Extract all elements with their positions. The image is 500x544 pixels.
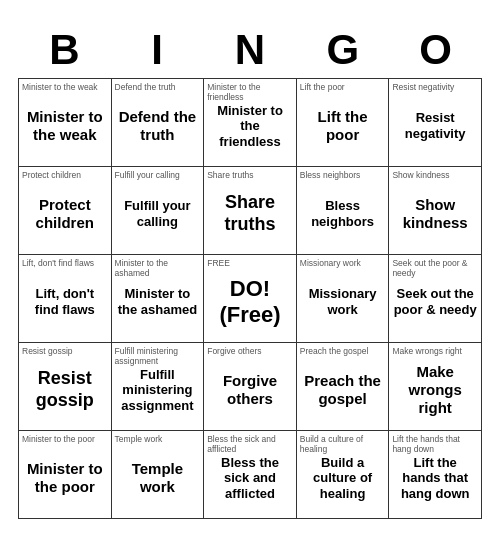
- bingo-cell-6: Fulfill your callingFulfill your calling: [112, 167, 205, 255]
- cell-small-text: Make wrongs right: [392, 346, 461, 356]
- cell-small-text: Build a culture of healing: [300, 434, 382, 454]
- bingo-card: BINGO Minister to the weakMinister to th…: [10, 18, 490, 527]
- cell-large-text: Minister to the ashamed: [116, 286, 200, 317]
- bingo-cell-12: FREEDO! (Free): [204, 255, 297, 343]
- cell-small-text: Minister to the poor: [22, 434, 95, 444]
- cell-small-text: Show kindness: [392, 170, 449, 180]
- bingo-cell-8: Bless neighborsBless neighbors: [297, 167, 390, 255]
- cell-small-text: Fulfill your calling: [115, 170, 180, 180]
- cell-large-text: Make wrongs right: [393, 363, 477, 417]
- cell-small-text: Resist negativity: [392, 82, 454, 92]
- cell-small-text: Preach the gospel: [300, 346, 369, 356]
- bingo-letter-o: O: [389, 26, 482, 74]
- bingo-cell-18: Preach the gospelPreach the gospel: [297, 343, 390, 431]
- cell-large-text: Seek out the poor & needy: [393, 286, 477, 317]
- cell-small-text: Missionary work: [300, 258, 361, 268]
- cell-large-text: Minister to the friendless: [208, 103, 292, 150]
- cell-large-text: Lift, don't find flaws: [23, 286, 107, 317]
- cell-large-text: Show kindness: [393, 196, 477, 232]
- bingo-letter-i: I: [111, 26, 204, 74]
- bingo-letter-n: N: [204, 26, 297, 74]
- bingo-cell-24: Lift the hands that hang downLift the ha…: [389, 431, 482, 519]
- bingo-cell-10: Lift, don't find flawsLift, don't find f…: [19, 255, 112, 343]
- cell-small-text: Minister to the ashamed: [115, 258, 197, 278]
- cell-small-text: Bless the sick and afflicted: [207, 434, 289, 454]
- cell-large-text: Minister to the weak: [23, 108, 107, 144]
- cell-large-text: Preach the gospel: [301, 372, 385, 408]
- cell-small-text: Temple work: [115, 434, 163, 444]
- bingo-grid: Minister to the weakMinister to the weak…: [18, 78, 482, 519]
- cell-large-text: Minister to the poor: [23, 460, 107, 496]
- cell-small-text: Seek out the poor & needy: [392, 258, 474, 278]
- cell-small-text: Bless neighbors: [300, 170, 360, 180]
- cell-small-text: Share truths: [207, 170, 253, 180]
- bingo-cell-9: Show kindnessShow kindness: [389, 167, 482, 255]
- cell-large-text: Temple work: [116, 460, 200, 496]
- bingo-cell-3: Lift the poorLift the poor: [297, 79, 390, 167]
- bingo-cell-11: Minister to the ashamedMinister to the a…: [112, 255, 205, 343]
- cell-large-text: Resist gossip: [23, 368, 107, 411]
- bingo-cell-5: Protect childrenProtect children: [19, 167, 112, 255]
- cell-large-text: Bless neighbors: [301, 198, 385, 229]
- bingo-letter-g: G: [296, 26, 389, 74]
- cell-large-text: Defend the truth: [116, 108, 200, 144]
- cell-small-text: Lift the hands that hang down: [392, 434, 474, 454]
- bingo-cell-2: Minister to the friendlessMinister to th…: [204, 79, 297, 167]
- cell-small-text: Resist gossip: [22, 346, 73, 356]
- cell-small-text: Defend the truth: [115, 82, 176, 92]
- cell-large-text: Forgive others: [208, 372, 292, 408]
- bingo-cell-19: Make wrongs rightMake wrongs right: [389, 343, 482, 431]
- cell-large-text: Build a culture of healing: [301, 455, 385, 502]
- cell-large-text: Protect children: [23, 196, 107, 232]
- bingo-header: BINGO: [18, 26, 482, 74]
- cell-large-text: Fulfill ministering assignment: [116, 367, 200, 414]
- cell-small-text: Lift the poor: [300, 82, 345, 92]
- bingo-cell-0: Minister to the weakMinister to the weak: [19, 79, 112, 167]
- cell-small-text: Minister to the friendless: [207, 82, 289, 102]
- cell-large-text: Fulfill your calling: [116, 198, 200, 229]
- bingo-cell-1: Defend the truthDefend the truth: [112, 79, 205, 167]
- bingo-cell-22: Bless the sick and afflictedBless the si…: [204, 431, 297, 519]
- bingo-cell-4: Resist negativityResist negativity: [389, 79, 482, 167]
- cell-large-text: DO! (Free): [208, 276, 292, 329]
- cell-small-text: Forgive others: [207, 346, 261, 356]
- cell-small-text: Lift, don't find flaws: [22, 258, 94, 268]
- bingo-cell-7: Share truthsShare truths: [204, 167, 297, 255]
- cell-small-text: FREE: [207, 258, 230, 268]
- cell-small-text: Minister to the weak: [22, 82, 98, 92]
- bingo-letter-b: B: [18, 26, 111, 74]
- cell-large-text: Resist negativity: [393, 110, 477, 141]
- bingo-cell-20: Minister to the poorMinister to the poor: [19, 431, 112, 519]
- cell-large-text: Lift the poor: [301, 108, 385, 144]
- cell-small-text: Protect children: [22, 170, 81, 180]
- bingo-cell-23: Build a culture of healingBuild a cultur…: [297, 431, 390, 519]
- cell-large-text: Missionary work: [301, 286, 385, 317]
- cell-small-text: Fulfill ministering assignment: [115, 346, 197, 366]
- cell-large-text: Share truths: [208, 192, 292, 235]
- cell-large-text: Lift the hands that hang down: [393, 455, 477, 502]
- bingo-cell-15: Resist gossipResist gossip: [19, 343, 112, 431]
- bingo-cell-13: Missionary workMissionary work: [297, 255, 390, 343]
- bingo-cell-21: Temple workTemple work: [112, 431, 205, 519]
- bingo-cell-16: Fulfill ministering assignmentFulfill mi…: [112, 343, 205, 431]
- bingo-cell-17: Forgive othersForgive others: [204, 343, 297, 431]
- cell-large-text: Bless the sick and afflicted: [208, 455, 292, 502]
- bingo-cell-14: Seek out the poor & needySeek out the po…: [389, 255, 482, 343]
